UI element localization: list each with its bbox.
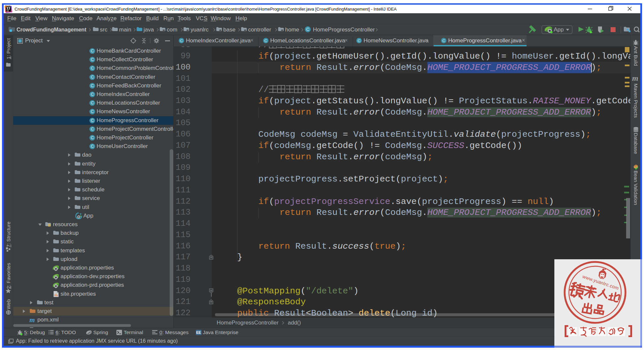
svg-text:C: C [91, 49, 94, 53]
svg-text:C: C [264, 38, 267, 43]
svg-text:C: C [306, 27, 309, 32]
svg-text:C: C [180, 38, 183, 43]
svg-text:C: C [358, 38, 361, 43]
svg-text:C: C [91, 75, 94, 79]
svg-text:EE: EE [196, 330, 201, 334]
svg-text:C: C [442, 38, 445, 43]
svg-text:C: C [91, 83, 94, 88]
svg-text:C: C [91, 101, 94, 106]
svg-text:C: C [91, 66, 94, 71]
svg-text:App: App [554, 26, 564, 33]
svg-text:C: C [91, 144, 94, 149]
svg-text:C: C [91, 58, 94, 62]
svg-text:C: C [91, 92, 94, 97]
svg-text:C: C [91, 110, 94, 114]
svg-text:C: C [91, 118, 94, 123]
svg-text:C: C [91, 135, 94, 140]
svg-text:C: C [91, 127, 94, 131]
